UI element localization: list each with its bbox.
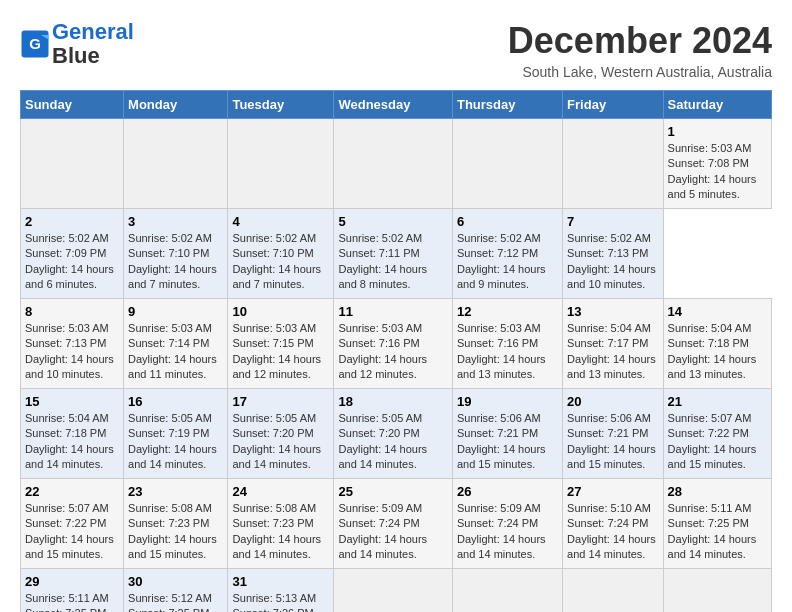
month-title: December 2024 xyxy=(508,20,772,62)
header-saturday: Saturday xyxy=(663,91,771,119)
day-info: Sunrise: 5:05 AM Sunset: 7:19 PM Dayligh… xyxy=(128,411,223,473)
day-number: 25 xyxy=(338,484,448,499)
day-number: 3 xyxy=(128,214,223,229)
calendar-day: 22Sunrise: 5:07 AM Sunset: 7:22 PM Dayli… xyxy=(21,479,124,569)
day-number: 21 xyxy=(668,394,767,409)
day-info: Sunrise: 5:03 AM Sunset: 7:08 PM Dayligh… xyxy=(668,141,767,203)
day-info: Sunrise: 5:05 AM Sunset: 7:20 PM Dayligh… xyxy=(232,411,329,473)
day-number: 17 xyxy=(232,394,329,409)
day-info: Sunrise: 5:08 AM Sunset: 7:23 PM Dayligh… xyxy=(232,501,329,563)
calendar-day: 29Sunrise: 5:11 AM Sunset: 7:25 PM Dayli… xyxy=(21,569,124,613)
day-number: 31 xyxy=(232,574,329,589)
calendar-day: 21Sunrise: 5:07 AM Sunset: 7:22 PM Dayli… xyxy=(663,389,771,479)
day-info: Sunrise: 5:11 AM Sunset: 7:25 PM Dayligh… xyxy=(25,591,119,612)
calendar-week-row: 8Sunrise: 5:03 AM Sunset: 7:13 PM Daylig… xyxy=(21,299,772,389)
day-number: 19 xyxy=(457,394,558,409)
empty-cell xyxy=(124,119,228,209)
day-number: 30 xyxy=(128,574,223,589)
day-info: Sunrise: 5:08 AM Sunset: 7:23 PM Dayligh… xyxy=(128,501,223,563)
calendar-week-row: 22Sunrise: 5:07 AM Sunset: 7:22 PM Dayli… xyxy=(21,479,772,569)
calendar-day: 8Sunrise: 5:03 AM Sunset: 7:13 PM Daylig… xyxy=(21,299,124,389)
header-sunday: Sunday xyxy=(21,91,124,119)
calendar-day: 14Sunrise: 5:04 AM Sunset: 7:18 PM Dayli… xyxy=(663,299,771,389)
calendar-week-row: 29Sunrise: 5:11 AM Sunset: 7:25 PM Dayli… xyxy=(21,569,772,613)
calendar-week-row: 2Sunrise: 5:02 AM Sunset: 7:09 PM Daylig… xyxy=(21,209,772,299)
day-info: Sunrise: 5:11 AM Sunset: 7:25 PM Dayligh… xyxy=(668,501,767,563)
day-info: Sunrise: 5:03 AM Sunset: 7:16 PM Dayligh… xyxy=(457,321,558,383)
day-info: Sunrise: 5:06 AM Sunset: 7:21 PM Dayligh… xyxy=(457,411,558,473)
empty-cell xyxy=(334,569,453,613)
day-number: 23 xyxy=(128,484,223,499)
calendar-day: 28Sunrise: 5:11 AM Sunset: 7:25 PM Dayli… xyxy=(663,479,771,569)
day-number: 24 xyxy=(232,484,329,499)
calendar-day: 11Sunrise: 5:03 AM Sunset: 7:16 PM Dayli… xyxy=(334,299,453,389)
calendar-day: 15Sunrise: 5:04 AM Sunset: 7:18 PM Dayli… xyxy=(21,389,124,479)
calendar-day: 6Sunrise: 5:02 AM Sunset: 7:12 PM Daylig… xyxy=(452,209,562,299)
day-number: 20 xyxy=(567,394,658,409)
calendar-day: 3Sunrise: 5:02 AM Sunset: 7:10 PM Daylig… xyxy=(124,209,228,299)
day-info: Sunrise: 5:04 AM Sunset: 7:18 PM Dayligh… xyxy=(25,411,119,473)
day-number: 18 xyxy=(338,394,448,409)
calendar-day: 31Sunrise: 5:13 AM Sunset: 7:26 PM Dayli… xyxy=(228,569,334,613)
empty-cell xyxy=(452,119,562,209)
day-info: Sunrise: 5:09 AM Sunset: 7:24 PM Dayligh… xyxy=(457,501,558,563)
day-info: Sunrise: 5:03 AM Sunset: 7:16 PM Dayligh… xyxy=(338,321,448,383)
day-number: 28 xyxy=(668,484,767,499)
day-info: Sunrise: 5:03 AM Sunset: 7:14 PM Dayligh… xyxy=(128,321,223,383)
day-info: Sunrise: 5:04 AM Sunset: 7:18 PM Dayligh… xyxy=(668,321,767,383)
day-number: 14 xyxy=(668,304,767,319)
calendar-day: 27Sunrise: 5:10 AM Sunset: 7:24 PM Dayli… xyxy=(563,479,663,569)
calendar-day: 9Sunrise: 5:03 AM Sunset: 7:14 PM Daylig… xyxy=(124,299,228,389)
header-tuesday: Tuesday xyxy=(228,91,334,119)
calendar-day: 26Sunrise: 5:09 AM Sunset: 7:24 PM Dayli… xyxy=(452,479,562,569)
day-number: 4 xyxy=(232,214,329,229)
day-number: 13 xyxy=(567,304,658,319)
calendar-day: 1Sunrise: 5:03 AM Sunset: 7:08 PM Daylig… xyxy=(663,119,771,209)
calendar-day: 17Sunrise: 5:05 AM Sunset: 7:20 PM Dayli… xyxy=(228,389,334,479)
day-info: Sunrise: 5:02 AM Sunset: 7:11 PM Dayligh… xyxy=(338,231,448,293)
empty-cell xyxy=(21,119,124,209)
calendar-week-row: 15Sunrise: 5:04 AM Sunset: 7:18 PM Dayli… xyxy=(21,389,772,479)
day-info: Sunrise: 5:07 AM Sunset: 7:22 PM Dayligh… xyxy=(668,411,767,473)
day-number: 16 xyxy=(128,394,223,409)
header-monday: Monday xyxy=(124,91,228,119)
calendar-day: 13Sunrise: 5:04 AM Sunset: 7:17 PM Dayli… xyxy=(563,299,663,389)
calendar-day: 19Sunrise: 5:06 AM Sunset: 7:21 PM Dayli… xyxy=(452,389,562,479)
svg-text:G: G xyxy=(29,35,41,52)
calendar-day: 4Sunrise: 5:02 AM Sunset: 7:10 PM Daylig… xyxy=(228,209,334,299)
logo-text: General Blue xyxy=(52,20,134,68)
day-number: 1 xyxy=(668,124,767,139)
day-info: Sunrise: 5:02 AM Sunset: 7:09 PM Dayligh… xyxy=(25,231,119,293)
day-number: 22 xyxy=(25,484,119,499)
header-friday: Friday xyxy=(563,91,663,119)
calendar-day: 7Sunrise: 5:02 AM Sunset: 7:13 PM Daylig… xyxy=(563,209,663,299)
empty-cell xyxy=(228,119,334,209)
logo-icon: G xyxy=(20,29,50,59)
day-number: 26 xyxy=(457,484,558,499)
calendar-day: 5Sunrise: 5:02 AM Sunset: 7:11 PM Daylig… xyxy=(334,209,453,299)
header-wednesday: Wednesday xyxy=(334,91,453,119)
calendar-day: 24Sunrise: 5:08 AM Sunset: 7:23 PM Dayli… xyxy=(228,479,334,569)
calendar-day: 10Sunrise: 5:03 AM Sunset: 7:15 PM Dayli… xyxy=(228,299,334,389)
empty-cell xyxy=(663,569,771,613)
day-number: 6 xyxy=(457,214,558,229)
page-header: G General Blue December 2024 South Lake,… xyxy=(20,20,772,80)
header-thursday: Thursday xyxy=(452,91,562,119)
calendar-table: SundayMondayTuesdayWednesdayThursdayFrid… xyxy=(20,90,772,612)
day-number: 29 xyxy=(25,574,119,589)
empty-cell xyxy=(334,119,453,209)
calendar-week-row: 1Sunrise: 5:03 AM Sunset: 7:08 PM Daylig… xyxy=(21,119,772,209)
empty-cell xyxy=(563,119,663,209)
day-number: 27 xyxy=(567,484,658,499)
day-number: 15 xyxy=(25,394,119,409)
calendar-day: 20Sunrise: 5:06 AM Sunset: 7:21 PM Dayli… xyxy=(563,389,663,479)
day-info: Sunrise: 5:02 AM Sunset: 7:12 PM Dayligh… xyxy=(457,231,558,293)
day-number: 2 xyxy=(25,214,119,229)
title-block: December 2024 South Lake, Western Austra… xyxy=(508,20,772,80)
logo: G General Blue xyxy=(20,20,134,68)
day-info: Sunrise: 5:06 AM Sunset: 7:21 PM Dayligh… xyxy=(567,411,658,473)
day-number: 7 xyxy=(567,214,658,229)
day-info: Sunrise: 5:04 AM Sunset: 7:17 PM Dayligh… xyxy=(567,321,658,383)
day-info: Sunrise: 5:09 AM Sunset: 7:24 PM Dayligh… xyxy=(338,501,448,563)
day-info: Sunrise: 5:03 AM Sunset: 7:15 PM Dayligh… xyxy=(232,321,329,383)
